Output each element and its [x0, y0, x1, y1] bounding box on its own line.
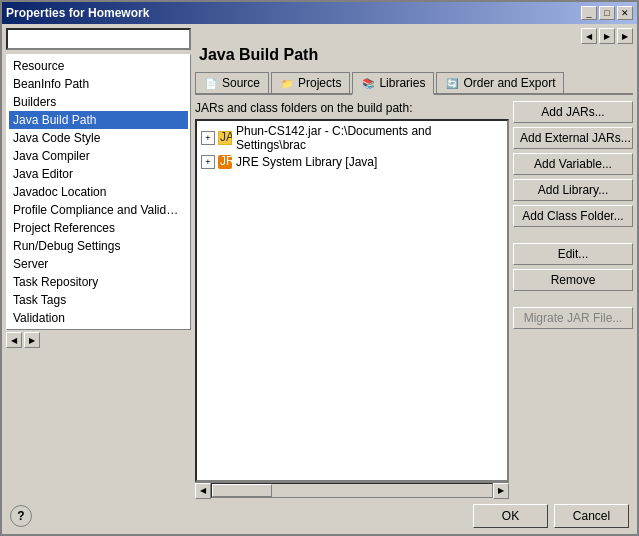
- content-area: Resource BeanInfo Path Builders Java Bui…: [6, 28, 633, 498]
- tree-item-jar[interactable]: + JAR Phun-CS142.jar - C:\Documents and …: [199, 123, 505, 153]
- tab-libraries[interactable]: 📚 Libraries: [352, 72, 434, 95]
- tree-expand-jre[interactable]: +: [201, 155, 215, 169]
- sidebar-item-task-repo[interactable]: Task Repository: [9, 273, 188, 291]
- projects-tab-icon: 📁: [280, 76, 294, 90]
- sidebar-item-java-code-style[interactable]: Java Code Style: [9, 129, 188, 147]
- edit-button[interactable]: Edit...: [513, 243, 633, 265]
- sidebar-item-run-debug[interactable]: Run/Debug Settings: [9, 237, 188, 255]
- sidebar-item-validation[interactable]: Validation: [9, 309, 188, 327]
- add-external-jars-button[interactable]: Add External JARs...: [513, 127, 633, 149]
- add-class-folder-button[interactable]: Add Class Folder...: [513, 205, 633, 227]
- tree-item-jre[interactable]: + JRE JRE System Library [Java]: [199, 153, 505, 171]
- migrate-jar-button[interactable]: Migrate JAR File...: [513, 307, 633, 329]
- scroll-track[interactable]: [211, 483, 493, 498]
- svg-text:JRE: JRE: [220, 155, 232, 168]
- scroll-left-button[interactable]: ◀: [195, 483, 211, 499]
- nav-forward-button[interactable]: ▶: [599, 28, 615, 44]
- sidebar-nav-row: ◀ ▶: [6, 332, 191, 348]
- sidebar-item-task-tags[interactable]: Task Tags: [9, 291, 188, 309]
- tab-bar: 📄 Source 📁 Projects 📚 Libraries 🔄 Order …: [195, 72, 633, 95]
- jar-item-label: Phun-CS142.jar - C:\Documents and Settin…: [236, 124, 503, 152]
- title-bar-buttons: _ □ ✕: [581, 6, 633, 20]
- bottom-bar: ? OK Cancel: [6, 498, 633, 530]
- properties-window: Properties for Homework _ □ ✕ Resource B…: [0, 0, 639, 536]
- button-separator-1: [513, 231, 633, 239]
- sidebar-scroll-right[interactable]: ▶: [24, 332, 40, 348]
- sidebar-item-builders[interactable]: Builders: [9, 93, 188, 111]
- tab-order-label: Order and Export: [463, 76, 555, 90]
- source-tab-icon: 📄: [204, 76, 218, 90]
- cancel-button[interactable]: Cancel: [554, 504, 629, 528]
- sidebar-item-java-compiler[interactable]: Java Compiler: [9, 147, 188, 165]
- tab-source[interactable]: 📄 Source: [195, 72, 269, 93]
- svg-text:JAR: JAR: [220, 131, 232, 144]
- tab-projects-label: Projects: [298, 76, 341, 90]
- help-icon: ?: [17, 509, 24, 523]
- button-separator-2: [513, 295, 633, 303]
- main-title: Java Build Path: [195, 46, 633, 64]
- minimize-button[interactable]: _: [581, 6, 597, 20]
- tab-libraries-label: Libraries: [379, 76, 425, 90]
- sidebar-item-javadoc[interactable]: Javadoc Location: [9, 183, 188, 201]
- jar-label: JARs and class folders on the build path…: [195, 101, 509, 115]
- buttons-panel: Add JARs... Add External JARs... Add Var…: [513, 101, 633, 498]
- jre-item-label: JRE System Library [Java]: [236, 155, 377, 169]
- scroll-thumb[interactable]: [212, 484, 272, 497]
- add-jars-button[interactable]: Add JARs...: [513, 101, 633, 123]
- sidebar-filter-input[interactable]: [6, 28, 191, 50]
- sidebar-item-project-references[interactable]: Project References: [9, 219, 188, 237]
- tab-order-export[interactable]: 🔄 Order and Export: [436, 72, 564, 93]
- libraries-tab-icon: 📚: [361, 76, 375, 90]
- jre-lib-icon: JRE: [217, 154, 233, 170]
- sidebar-item-beaninfo[interactable]: BeanInfo Path: [9, 75, 188, 93]
- sidebar: Resource BeanInfo Path Builders Java Bui…: [6, 54, 191, 330]
- nav-back-button[interactable]: ◀: [581, 28, 597, 44]
- sidebar-item-profile[interactable]: Profile Compliance and Validatic: [9, 201, 188, 219]
- ok-button[interactable]: OK: [473, 504, 548, 528]
- tree-expand-jar[interactable]: +: [201, 131, 215, 145]
- order-tab-icon: 🔄: [445, 76, 459, 90]
- nav-down-button[interactable]: ▶: [617, 28, 633, 44]
- sidebar-item-java-build-path[interactable]: Java Build Path: [9, 111, 188, 129]
- main-panel: ◀ ▶ ▶ Java Build Path 📄 Source 📁 Project…: [195, 28, 633, 498]
- remove-button[interactable]: Remove: [513, 269, 633, 291]
- title-bar: Properties for Homework _ □ ✕: [2, 2, 637, 24]
- tab-source-label: Source: [222, 76, 260, 90]
- horizontal-scrollbar[interactable]: ◀ ▶: [195, 482, 509, 498]
- jar-file-icon: JAR: [217, 130, 233, 146]
- sidebar-item-java-editor[interactable]: Java Editor: [9, 165, 188, 183]
- jar-area: JARs and class folders on the build path…: [195, 101, 509, 498]
- jar-list[interactable]: + JAR Phun-CS142.jar - C:\Documents and …: [195, 119, 509, 482]
- sidebar-item-resource[interactable]: Resource: [9, 57, 188, 75]
- ok-cancel-buttons: OK Cancel: [473, 504, 629, 528]
- add-variable-button[interactable]: Add Variable...: [513, 153, 633, 175]
- close-button[interactable]: ✕: [617, 6, 633, 20]
- scroll-right-button[interactable]: ▶: [493, 483, 509, 499]
- add-library-button[interactable]: Add Library...: [513, 179, 633, 201]
- panel-content: JARs and class folders on the build path…: [195, 101, 633, 498]
- maximize-button[interactable]: □: [599, 6, 615, 20]
- help-button[interactable]: ?: [10, 505, 32, 527]
- sidebar-scroll-left[interactable]: ◀: [6, 332, 22, 348]
- window-title: Properties for Homework: [6, 6, 149, 20]
- tab-projects[interactable]: 📁 Projects: [271, 72, 350, 93]
- sidebar-item-server[interactable]: Server: [9, 255, 188, 273]
- window-body: Resource BeanInfo Path Builders Java Bui…: [2, 24, 637, 534]
